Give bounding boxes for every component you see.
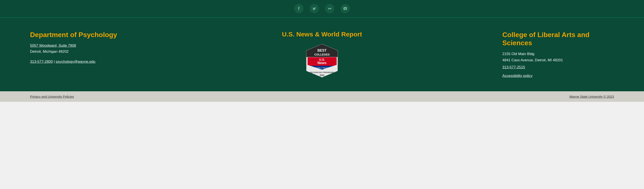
svg-text:News: News	[318, 61, 326, 65]
dept-address-link[interactable]: 5057 Woodward, Suite 7908	[30, 43, 76, 48]
svg-point-1	[330, 8, 332, 9]
college-column: College of Liberal Arts and Sciences 215…	[502, 31, 614, 78]
news-column: U.S. News & World Report BEST COLLEGES U…	[279, 31, 365, 78]
social-bar	[0, 0, 644, 17]
facebook-icon	[297, 6, 301, 11]
dept-column: Department of Psychology 5057 Woodward, …	[30, 31, 142, 64]
college-phone: 313-577-2515	[502, 65, 614, 69]
badge-container: BEST COLLEGES U.S. News & WORLD REPORT P…	[304, 43, 340, 78]
dept-separator: |	[54, 60, 55, 64]
wayne-state-link[interactable]: Wayne State University © 2023	[569, 95, 614, 98]
dept-email-link[interactable]: psychology@wayne.edu	[56, 60, 96, 64]
usnews-badge: BEST COLLEGES U.S. News & WORLD REPORT P…	[304, 43, 340, 78]
youtube-icon	[343, 6, 347, 11]
svg-point-0	[328, 8, 330, 9]
dept-title: Department of Psychology	[30, 31, 142, 39]
svg-text:2024: 2024	[320, 74, 324, 76]
youtube-link[interactable]	[340, 4, 350, 13]
bottom-bar: Privacy and University Policies Wayne St…	[0, 91, 644, 102]
svg-text:BEST: BEST	[317, 49, 326, 52]
svg-text:PSYCHOLOGY PROGRAMS: PSYCHOLOGY PROGRAMS	[310, 71, 334, 73]
dept-phone-link[interactable]: 313-577-2800	[30, 60, 53, 64]
twitter-icon	[312, 6, 316, 11]
college-title: College of Liberal Arts and Sciences	[502, 31, 614, 47]
twitter-link[interactable]	[310, 4, 319, 13]
flickr-link[interactable]	[325, 4, 334, 13]
dept-address: 5057 Woodward, Suite 7908 Detroit, Michi…	[30, 43, 142, 54]
dept-contact: 313-577-2800 | psychology@wayne.edu	[30, 60, 142, 64]
copyright: Wayne State University © 2023	[569, 95, 614, 98]
svg-text:COLLEGES: COLLEGES	[314, 53, 330, 56]
privacy-link[interactable]: Privacy and University Policies	[30, 95, 74, 98]
accessibility-link[interactable]: Accessibility policy	[502, 74, 532, 78]
facebook-link[interactable]	[294, 4, 304, 13]
main-footer: Department of Psychology 5057 Woodward, …	[0, 18, 644, 91]
college-phone-link[interactable]: 313-577-2515	[502, 65, 525, 69]
college-address: 2155 Old Main Bldg 4841 Cass Avenue, Det…	[502, 51, 614, 63]
flickr-icon	[328, 6, 332, 11]
svg-text:U.S.: U.S.	[319, 58, 325, 61]
accessibility-container: Accessibility policy	[502, 74, 614, 78]
news-title: U.S. News & World Report	[282, 31, 362, 38]
